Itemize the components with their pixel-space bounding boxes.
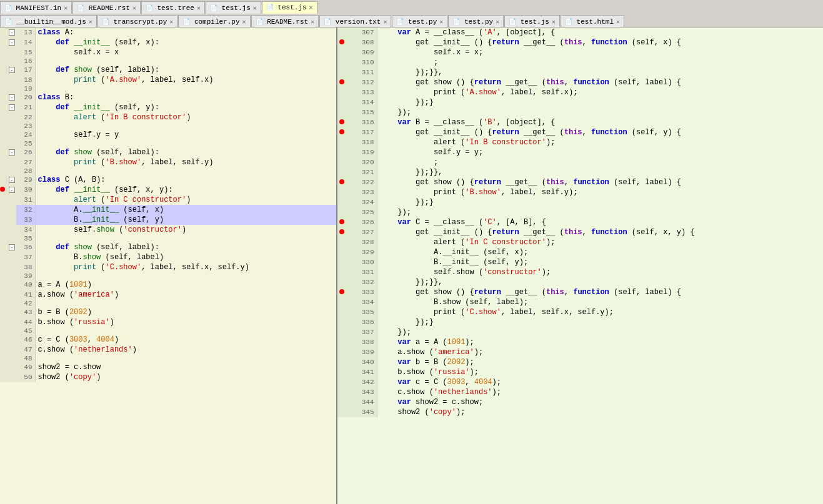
- fold-button[interactable]: -: [9, 104, 15, 111]
- fold-col: [7, 130, 16, 140]
- close-icon[interactable]: ✕: [242, 18, 246, 26]
- code-line: [35, 300, 336, 307]
- table-row: - 30 def __init__ (self, x, y):: [0, 185, 336, 195]
- close-icon[interactable]: ✕: [496, 18, 499, 26]
- fold-col: [346, 307, 355, 317]
- tab-readme-rst[interactable]: 📄 README.rst ✕: [72, 1, 141, 14]
- code-line: show2 ('copy');: [377, 407, 823, 417]
- fold-col: [7, 235, 16, 242]
- tab-test-js2[interactable]: 📄 test.js ✕: [504, 15, 560, 27]
- code-line: print ('A.show', label, self.x);: [377, 87, 823, 97]
- close-icon[interactable]: ✕: [64, 4, 67, 12]
- code-line: [35, 272, 336, 280]
- bp-col: [337, 297, 346, 307]
- file-icon: 📄: [256, 18, 263, 26]
- table-row: 50 show2 ('copy'): [0, 372, 336, 382]
- bp-col: [0, 195, 7, 205]
- left-code-area[interactable]: - 13 class A: - 14 def __init__ (self, x…: [0, 27, 336, 504]
- code-line: get show () {return __get__ (this, funct…: [377, 77, 823, 87]
- breakpoint-indicator: [339, 39, 344, 44]
- fold-button[interactable]: -: [9, 177, 15, 183]
- bp-col: [0, 235, 7, 242]
- table-row: 337 });: [337, 327, 823, 337]
- bp-col: [337, 227, 346, 237]
- fold-button[interactable]: -: [9, 187, 15, 193]
- code-line: show2 ('copy'): [35, 372, 336, 382]
- line-number: 321: [355, 167, 377, 177]
- bp-col: [0, 102, 7, 112]
- bp-col: [0, 225, 7, 235]
- bp-col: [0, 75, 7, 85]
- bp-col: [337, 77, 346, 87]
- fold-col: [346, 217, 355, 227]
- fold-button[interactable]: -: [9, 244, 15, 250]
- close-icon[interactable]: ✕: [383, 18, 387, 26]
- code-line: });}},: [377, 167, 823, 177]
- bp-col: [0, 300, 7, 307]
- close-icon[interactable]: ✕: [132, 4, 136, 12]
- code-line: [35, 57, 336, 65]
- code-line: alert ('In C constructor'): [35, 195, 336, 205]
- line-number: 338: [355, 337, 377, 347]
- table-row: 309 self.x = x;: [337, 47, 823, 57]
- file-icon: 📄: [324, 18, 331, 26]
- close-icon[interactable]: ✕: [552, 18, 556, 26]
- file-icon: 📄: [565, 18, 572, 26]
- bp-col: [0, 272, 7, 280]
- code-line: });}: [377, 97, 823, 107]
- tab-test-py[interactable]: 📄 test.py ✕: [392, 15, 447, 27]
- close-icon[interactable]: ✕: [616, 18, 620, 26]
- bp-col: [0, 122, 7, 130]
- fold-button[interactable]: -: [9, 39, 15, 46]
- table-row: 342 var c = C (3003, 4004);: [337, 377, 823, 387]
- fold-button[interactable]: -: [9, 67, 15, 73]
- tab-test-js-active[interactable]: 📄 test.js ✕: [262, 1, 317, 14]
- table-row: 317 get __init__ () {return __get__ (thi…: [337, 127, 823, 137]
- code-line: print ('C.show', label, self.x, self.y): [35, 262, 336, 272]
- tab-test-html[interactable]: 📄 test.html ✕: [561, 15, 624, 27]
- fold-button[interactable]: -: [9, 94, 15, 101]
- table-row: 15 self.x = x: [0, 47, 336, 57]
- fold-col: [7, 140, 16, 147]
- tab-test-py2[interactable]: 📄 test.py ✕: [448, 15, 504, 27]
- fold-button[interactable]: -: [9, 29, 15, 36]
- bp-col: [0, 252, 7, 262]
- close-icon[interactable]: ✕: [197, 4, 201, 12]
- bp-col: [0, 47, 7, 57]
- close-icon[interactable]: ✕: [89, 18, 92, 26]
- code-line: def show (self, label):: [35, 147, 336, 157]
- code-line: [35, 355, 336, 362]
- fold-button[interactable]: -: [9, 149, 15, 156]
- tab-builtin[interactable]: 📄 __builtin__mod.js ✕: [0, 15, 97, 27]
- line-number: 327: [355, 227, 377, 237]
- file-icon: 📄: [396, 18, 404, 26]
- close-icon[interactable]: ✕: [309, 4, 313, 11]
- tab-compiler[interactable]: 📄 compiler.py ✕: [178, 15, 250, 27]
- tab-transcrypt[interactable]: 📄 transcrypt.py ✕: [97, 15, 177, 27]
- tab-manifest[interactable]: 📄 MANIFEST.in ✕: [0, 1, 72, 14]
- code-line: alert ('In B constructor'): [35, 112, 336, 122]
- fold-col: [7, 317, 16, 327]
- table-row: 318 alert ('In B constructor');: [337, 137, 823, 147]
- fold-col: [346, 387, 355, 397]
- right-code-area[interactable]: 307 var A = __class__ ('A', [object], { …: [337, 27, 823, 504]
- bp-col: [0, 57, 7, 65]
- tab-version[interactable]: 📄 version.txt ✕: [319, 15, 391, 27]
- line-number: 329: [355, 247, 377, 257]
- line-number: 330: [355, 257, 377, 267]
- tab-test-js-1[interactable]: 📄 test.js ✕: [206, 1, 261, 14]
- table-row: 343 c.show ('netherlands');: [337, 387, 823, 397]
- table-row: 47 c.show ('netherlands'): [0, 345, 336, 355]
- close-icon[interactable]: ✕: [253, 4, 257, 12]
- code-line: self.x = x;: [377, 47, 823, 57]
- table-row: 338 var a = A (1001);: [337, 337, 823, 347]
- close-icon[interactable]: ✕: [311, 18, 314, 26]
- code-line: });}: [377, 317, 823, 327]
- bp-col: [0, 175, 7, 185]
- line-number: 14: [16, 37, 35, 47]
- close-icon[interactable]: ✕: [169, 18, 173, 26]
- line-number: 29: [16, 175, 35, 185]
- tab-readme-rst2[interactable]: 📄 README.rst ✕: [251, 15, 319, 27]
- close-icon[interactable]: ✕: [439, 18, 443, 26]
- tab-test-tree[interactable]: 📄 test.tree ✕: [141, 1, 205, 14]
